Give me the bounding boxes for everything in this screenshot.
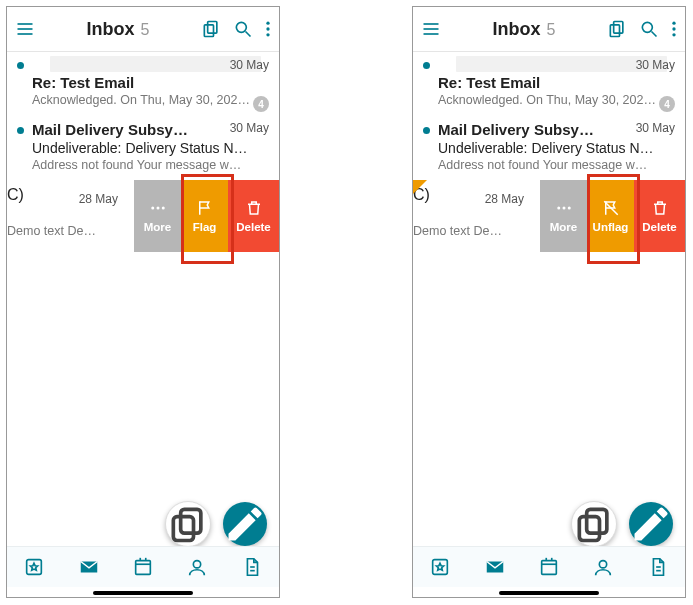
nav-favorites-icon[interactable] [23, 556, 45, 578]
bottom-nav [7, 546, 279, 587]
svg-rect-40 [542, 561, 557, 575]
nav-contacts-icon[interactable] [186, 556, 208, 578]
top-bar: Inbox 5 [413, 7, 685, 51]
svg-point-10 [151, 207, 154, 210]
message-preview: Demo text De… [7, 224, 124, 238]
message-sender: C) [7, 186, 24, 204]
stack-fab[interactable] [571, 501, 617, 547]
list-item[interactable]: Mail Delivery Subsy… Undeliverable: Deli… [7, 115, 279, 180]
copy-icon[interactable] [607, 19, 627, 39]
flag-button[interactable]: Flag [181, 180, 228, 252]
svg-rect-37 [587, 509, 607, 533]
nav-mail-icon[interactable] [484, 556, 506, 578]
nav-files-icon[interactable] [241, 556, 263, 578]
compose-fab[interactable] [629, 502, 673, 546]
svg-line-29 [652, 32, 657, 37]
stack-fab[interactable] [165, 501, 211, 547]
unflag-button[interactable]: Unflag [587, 180, 634, 252]
unread-dot-icon [17, 127, 24, 134]
list-item-swiped[interactable]: C) 28 May Demo text De… More Flag Delete [7, 180, 279, 252]
list-item[interactable]: Re: Test Email Acknowledged. On Thu, May… [7, 72, 279, 115]
svg-point-34 [562, 207, 565, 210]
message-preview: Acknowledged. On Thu, May 30, 202… [32, 93, 269, 107]
svg-rect-27 [610, 25, 619, 37]
title-text: Inbox [87, 19, 135, 40]
more-vert-icon[interactable] [265, 19, 271, 39]
phone-screen-unflag: Inbox 5 30 May Re: Test Email Acknowledg… [412, 6, 686, 598]
svg-point-5 [236, 22, 246, 32]
more-button[interactable]: More [134, 180, 181, 252]
message-preview: Address not found Your message w… [438, 158, 675, 172]
message-subject: Undeliverable: Delivery Status N… [32, 140, 269, 156]
title-count: 5 [547, 21, 556, 39]
unread-dot-icon [423, 62, 430, 69]
page-title: Inbox 5 [493, 19, 556, 40]
nav-calendar-icon[interactable] [132, 556, 154, 578]
menu-icon[interactable] [421, 19, 441, 39]
stack-icon [166, 502, 210, 546]
home-indicator [93, 591, 193, 595]
svg-rect-13 [181, 509, 201, 533]
search-icon[interactable] [233, 19, 253, 39]
nav-contacts-icon[interactable] [592, 556, 614, 578]
top-bar: Inbox 5 [7, 7, 279, 51]
copy-icon[interactable] [201, 19, 221, 39]
flagged-indicator-icon [413, 180, 427, 194]
nav-mail-icon[interactable] [78, 556, 100, 578]
svg-point-31 [672, 27, 675, 30]
pencil-icon [223, 502, 267, 546]
unflag-icon [602, 199, 620, 217]
unread-dot-icon [17, 62, 24, 69]
home-indicator [499, 591, 599, 595]
list-item[interactable]: 30 May [7, 52, 279, 72]
more-vert-icon[interactable] [671, 19, 677, 39]
swipe-actions: More Unflag Delete [540, 180, 685, 252]
message-date: 28 May [485, 192, 530, 206]
svg-rect-14 [173, 517, 193, 541]
svg-point-44 [600, 561, 607, 568]
more-button[interactable]: More [540, 180, 587, 252]
search-icon[interactable] [639, 19, 659, 39]
nav-files-icon[interactable] [647, 556, 669, 578]
svg-point-32 [672, 33, 675, 36]
message-list: 30 May Re: Test Email Acknowledged. On T… [413, 52, 685, 252]
svg-line-6 [246, 32, 251, 37]
action-label: More [144, 221, 171, 233]
svg-rect-4 [204, 25, 213, 37]
svg-rect-38 [579, 517, 599, 541]
delete-button[interactable]: Delete [228, 180, 279, 252]
page-title: Inbox 5 [87, 19, 150, 40]
action-label: Delete [642, 221, 677, 233]
svg-point-30 [672, 22, 675, 25]
svg-point-28 [642, 22, 652, 32]
delete-button[interactable]: Delete [634, 180, 685, 252]
svg-point-33 [557, 207, 560, 210]
svg-point-9 [266, 33, 269, 36]
message-date: 30 May [636, 121, 675, 135]
menu-icon[interactable] [15, 19, 35, 39]
message-date: 28 May [79, 192, 124, 206]
svg-point-7 [266, 22, 269, 25]
compose-fab[interactable] [223, 502, 267, 546]
list-item[interactable]: Mail Delivery Subsy… Undeliverable: Deli… [413, 115, 685, 180]
list-item[interactable]: Re: Test Email Acknowledged. On Thu, May… [413, 72, 685, 115]
title-text: Inbox [493, 19, 541, 40]
list-item[interactable]: 30 May [413, 52, 685, 72]
svg-point-35 [567, 207, 570, 210]
flag-icon [196, 199, 214, 217]
svg-point-8 [266, 27, 269, 30]
message-sender: Re: Test Email [32, 74, 269, 91]
svg-rect-16 [136, 561, 151, 575]
fab-area [571, 501, 673, 547]
title-count: 5 [141, 21, 150, 39]
nav-calendar-icon[interactable] [538, 556, 560, 578]
pencil-icon [629, 502, 673, 546]
nav-favorites-icon[interactable] [429, 556, 451, 578]
action-label: More [550, 221, 577, 233]
stack-icon [572, 502, 616, 546]
message-date: 30 May [230, 121, 269, 135]
list-item-swiped[interactable]: C) 28 May Demo text De… More Unflag Dele… [413, 180, 685, 252]
fab-area [165, 501, 267, 547]
trash-icon [245, 199, 263, 217]
thread-count-badge: 4 [659, 96, 675, 112]
